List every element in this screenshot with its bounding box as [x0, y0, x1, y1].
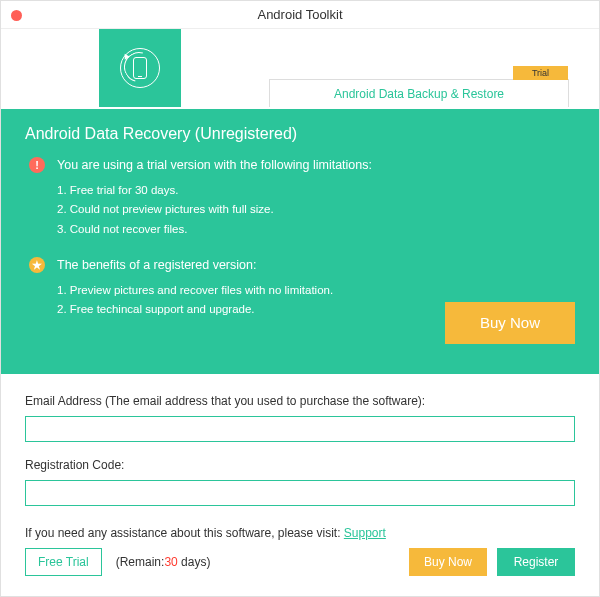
info-panel: Android Data Recovery (Unregistered) ! Y…: [1, 109, 599, 374]
free-trial-button[interactable]: Free Trial: [25, 548, 102, 576]
list-item: 1. Preview pictures and recover files wi…: [57, 281, 575, 301]
titlebar: Android Toolkit: [1, 1, 599, 29]
window-title: Android Toolkit: [257, 7, 342, 22]
panel-title: Android Data Recovery (Unregistered): [25, 125, 575, 143]
backup-trial-badge: Trial: [513, 66, 568, 80]
phone-recovery-icon: [120, 48, 160, 88]
email-field[interactable]: [25, 416, 575, 442]
email-label: Email Address (The email address that yo…: [25, 394, 575, 408]
buy-now-button[interactable]: Buy Now: [445, 302, 575, 344]
footer: Free Trial (Remain:30 days) Buy Now Regi…: [1, 542, 599, 596]
assistance-text: If you need any assistance about this so…: [25, 526, 575, 540]
trial-heading-row: ! You are using a trial version with the…: [25, 157, 575, 175]
warning-icon: !: [29, 157, 45, 173]
support-link[interactable]: Support: [344, 526, 386, 540]
close-icon[interactable]: [11, 10, 22, 21]
tab-backup-label: Android Data Backup & Restore: [334, 87, 504, 101]
trial-limitations-list: 1. Free trial for 30 days. 2. Could not …: [57, 181, 575, 240]
registration-code-field[interactable]: [25, 480, 575, 506]
remain-text: (Remain:30 days): [116, 555, 211, 569]
remain-prefix: (Remain:: [116, 555, 165, 569]
tabs-area: Trial Trial Android Data Backup & Restor…: [1, 29, 599, 109]
app-window: Android Toolkit Trial Trial Android Data…: [0, 0, 600, 597]
list-item: 2. Could not preview pictures with full …: [57, 200, 575, 220]
tab-backup-restore[interactable]: Trial Android Data Backup & Restore: [269, 79, 569, 107]
trial-heading: You are using a trial version with the f…: [57, 157, 372, 175]
registration-form: Email Address (The email address that yo…: [1, 374, 599, 542]
assist-prefix: If you need any assistance about this so…: [25, 526, 344, 540]
list-item: 3. Could not recover files.: [57, 220, 575, 240]
benefits-heading-row: ★ The benefits of a registered version:: [25, 257, 575, 275]
remain-days: 30: [164, 555, 177, 569]
code-label: Registration Code:: [25, 458, 575, 472]
tab-data-recovery[interactable]: [99, 29, 181, 107]
star-icon: ★: [29, 257, 45, 273]
register-button[interactable]: Register: [497, 548, 575, 576]
list-item: 1. Free trial for 30 days.: [57, 181, 575, 201]
benefits-heading: The benefits of a registered version:: [57, 257, 256, 275]
remain-suffix: days): [178, 555, 211, 569]
buy-now-footer-button[interactable]: Buy Now: [409, 548, 487, 576]
